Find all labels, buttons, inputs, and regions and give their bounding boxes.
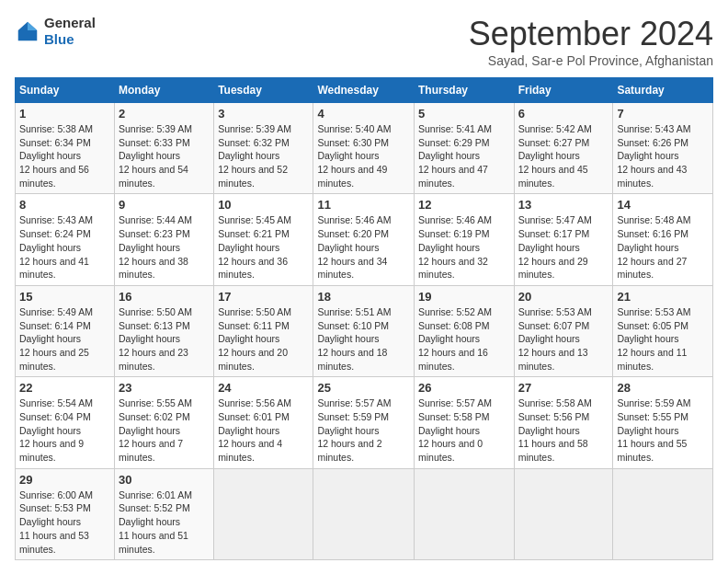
- calendar-cell: [514, 468, 613, 559]
- day-info: Sunrise: 5:40 AMSunset: 6:30 PMDaylight …: [317, 122, 410, 190]
- month-title: September 2024: [469, 15, 713, 53]
- day-info: Sunrise: 5:46 AMSunset: 6:19 PMDaylight …: [418, 213, 510, 281]
- calendar-cell: 14Sunrise: 5:48 AMSunset: 6:16 PMDayligh…: [613, 194, 713, 285]
- day-info: Sunrise: 5:50 AMSunset: 6:11 PMDaylight …: [218, 305, 309, 373]
- day-info: Sunrise: 5:52 AMSunset: 6:08 PMDaylight …: [418, 305, 510, 373]
- day-number: 10: [218, 198, 309, 212]
- calendar-cell: 27Sunrise: 5:58 AMSunset: 5:56 PMDayligh…: [514, 377, 613, 468]
- weekday-header: Saturday: [613, 78, 713, 103]
- calendar-cell: 20Sunrise: 5:53 AMSunset: 6:07 PMDayligh…: [514, 285, 613, 376]
- calendar-cell: 15Sunrise: 5:49 AMSunset: 6:14 PMDayligh…: [16, 285, 115, 376]
- calendar-week-row: 8Sunrise: 5:43 AMSunset: 6:24 PMDaylight…: [16, 194, 713, 285]
- day-number: 25: [317, 381, 410, 395]
- calendar-cell: 26Sunrise: 5:57 AMSunset: 5:58 PMDayligh…: [414, 377, 514, 468]
- calendar-cell: 1Sunrise: 5:38 AMSunset: 6:34 PMDaylight…: [16, 103, 115, 194]
- calendar-cell: 17Sunrise: 5:50 AMSunset: 6:11 PMDayligh…: [214, 285, 313, 376]
- day-number: 9: [119, 198, 210, 212]
- logo-general: General: [44, 15, 96, 30]
- calendar-cell: 7Sunrise: 5:43 AMSunset: 6:26 PMDaylight…: [613, 103, 713, 194]
- calendar-cell: 16Sunrise: 5:50 AMSunset: 6:13 PMDayligh…: [115, 285, 214, 376]
- calendar-cell: [613, 468, 713, 559]
- day-number: 17: [218, 290, 309, 304]
- day-number: 15: [19, 290, 110, 304]
- calendar-cell: 6Sunrise: 5:42 AMSunset: 6:27 PMDaylight…: [514, 103, 613, 194]
- day-info: Sunrise: 5:53 AMSunset: 6:05 PMDaylight …: [617, 305, 709, 373]
- day-number: 21: [617, 290, 709, 304]
- location-title: Sayad, Sar-e Pol Province, Afghanistan: [469, 53, 713, 68]
- day-info: Sunrise: 5:43 AMSunset: 6:24 PMDaylight …: [19, 213, 110, 281]
- day-number: 22: [19, 381, 110, 395]
- day-number: 26: [418, 381, 510, 395]
- day-info: Sunrise: 5:38 AMSunset: 6:34 PMDaylight …: [19, 122, 110, 190]
- day-info: Sunrise: 5:41 AMSunset: 6:29 PMDaylight …: [418, 122, 510, 190]
- weekday-header: Thursday: [414, 78, 514, 103]
- calendar-cell: 21Sunrise: 5:53 AMSunset: 6:05 PMDayligh…: [613, 285, 713, 376]
- day-info: Sunrise: 5:46 AMSunset: 6:20 PMDaylight …: [317, 213, 410, 281]
- day-number: 27: [518, 381, 609, 395]
- calendar-cell: 4Sunrise: 5:40 AMSunset: 6:30 PMDaylight…: [313, 103, 415, 194]
- day-info: Sunrise: 5:57 AMSunset: 5:59 PMDaylight …: [317, 396, 410, 464]
- title-area: September 2024 Sayad, Sar-e Pol Province…: [469, 15, 713, 68]
- day-info: Sunrise: 5:39 AMSunset: 6:33 PMDaylight …: [119, 122, 210, 190]
- day-number: 30: [119, 473, 210, 487]
- calendar-cell: 11Sunrise: 5:46 AMSunset: 6:20 PMDayligh…: [313, 194, 415, 285]
- calendar-cell: 13Sunrise: 5:47 AMSunset: 6:17 PMDayligh…: [514, 194, 613, 285]
- day-number: 7: [617, 107, 709, 121]
- day-info: Sunrise: 5:59 AMSunset: 5:55 PMDaylight …: [617, 396, 709, 464]
- calendar-week-row: 1Sunrise: 5:38 AMSunset: 6:34 PMDaylight…: [16, 103, 713, 194]
- header: General Blue September 2024 Sayad, Sar-e…: [15, 15, 713, 68]
- calendar-cell: 3Sunrise: 5:39 AMSunset: 6:32 PMDaylight…: [214, 103, 313, 194]
- day-info: Sunrise: 5:56 AMSunset: 6:01 PMDaylight …: [218, 396, 309, 464]
- calendar-cell: 22Sunrise: 5:54 AMSunset: 6:04 PMDayligh…: [16, 377, 115, 468]
- day-number: 4: [317, 107, 410, 121]
- day-info: Sunrise: 5:47 AMSunset: 6:17 PMDaylight …: [518, 213, 609, 281]
- logo: General Blue: [15, 15, 96, 48]
- day-info: Sunrise: 5:45 AMSunset: 6:21 PMDaylight …: [218, 213, 309, 281]
- day-number: 1: [19, 107, 110, 121]
- weekday-header: Friday: [514, 78, 613, 103]
- day-info: Sunrise: 6:01 AMSunset: 5:52 PMDaylight …: [119, 488, 210, 556]
- calendar-cell: 19Sunrise: 5:52 AMSunset: 6:08 PMDayligh…: [414, 285, 514, 376]
- day-info: Sunrise: 5:42 AMSunset: 6:27 PMDaylight …: [518, 122, 609, 190]
- calendar-cell: 29Sunrise: 6:00 AMSunset: 5:53 PMDayligh…: [16, 468, 115, 559]
- calendar-cell: [313, 468, 415, 559]
- day-number: 16: [119, 290, 210, 304]
- calendar-cell: 5Sunrise: 5:41 AMSunset: 6:29 PMDaylight…: [414, 103, 514, 194]
- day-info: Sunrise: 6:00 AMSunset: 5:53 PMDaylight …: [19, 488, 110, 556]
- day-number: 14: [617, 198, 709, 212]
- weekday-header-row: SundayMondayTuesdayWednesdayThursdayFrid…: [16, 78, 713, 103]
- calendar-week-row: 22Sunrise: 5:54 AMSunset: 6:04 PMDayligh…: [16, 377, 713, 468]
- weekday-header: Sunday: [16, 78, 115, 103]
- day-number: 8: [19, 198, 110, 212]
- calendar-cell: 28Sunrise: 5:59 AMSunset: 5:55 PMDayligh…: [613, 377, 713, 468]
- calendar-cell: 24Sunrise: 5:56 AMSunset: 6:01 PMDayligh…: [214, 377, 313, 468]
- day-number: 18: [317, 290, 410, 304]
- calendar-table: SundayMondayTuesdayWednesdayThursdayFrid…: [15, 77, 713, 560]
- day-number: 11: [317, 198, 410, 212]
- calendar-week-row: 29Sunrise: 6:00 AMSunset: 5:53 PMDayligh…: [16, 468, 713, 559]
- day-number: 5: [418, 107, 510, 121]
- calendar-week-row: 15Sunrise: 5:49 AMSunset: 6:14 PMDayligh…: [16, 285, 713, 376]
- weekday-header: Wednesday: [313, 78, 415, 103]
- logo-blue: Blue: [44, 31, 74, 47]
- svg-marker-1: [28, 22, 37, 30]
- day-info: Sunrise: 5:51 AMSunset: 6:10 PMDaylight …: [317, 305, 410, 373]
- calendar-cell: 10Sunrise: 5:45 AMSunset: 6:21 PMDayligh…: [214, 194, 313, 285]
- logo-icon: [15, 18, 40, 44]
- day-info: Sunrise: 5:55 AMSunset: 6:02 PMDaylight …: [119, 396, 210, 464]
- day-info: Sunrise: 5:44 AMSunset: 6:23 PMDaylight …: [119, 213, 210, 281]
- day-number: 3: [218, 107, 309, 121]
- calendar-cell: 25Sunrise: 5:57 AMSunset: 5:59 PMDayligh…: [313, 377, 415, 468]
- weekday-header: Tuesday: [214, 78, 313, 103]
- calendar-cell: [214, 468, 313, 559]
- calendar-cell: 9Sunrise: 5:44 AMSunset: 6:23 PMDaylight…: [115, 194, 214, 285]
- calendar-cell: 12Sunrise: 5:46 AMSunset: 6:19 PMDayligh…: [414, 194, 514, 285]
- calendar-cell: 2Sunrise: 5:39 AMSunset: 6:33 PMDaylight…: [115, 103, 214, 194]
- day-info: Sunrise: 5:57 AMSunset: 5:58 PMDaylight …: [418, 396, 510, 464]
- day-info: Sunrise: 5:50 AMSunset: 6:13 PMDaylight …: [119, 305, 210, 373]
- calendar-cell: 8Sunrise: 5:43 AMSunset: 6:24 PMDaylight…: [16, 194, 115, 285]
- day-info: Sunrise: 5:49 AMSunset: 6:14 PMDaylight …: [19, 305, 110, 373]
- calendar-cell: [414, 468, 514, 559]
- day-info: Sunrise: 5:58 AMSunset: 5:56 PMDaylight …: [518, 396, 609, 464]
- day-number: 13: [518, 198, 609, 212]
